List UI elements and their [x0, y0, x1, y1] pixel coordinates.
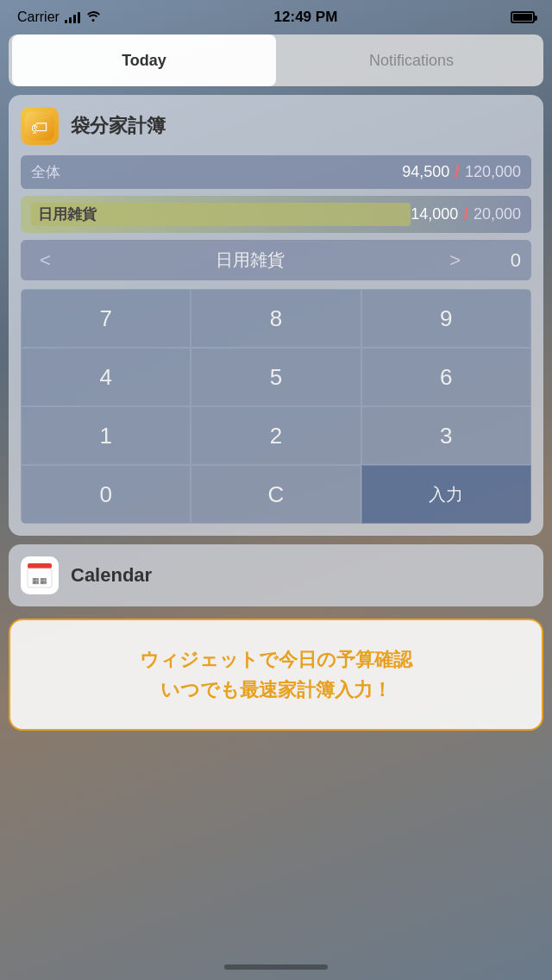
- keypad-row-2: 4 5 6: [21, 348, 531, 406]
- carrier-label: Carrier: [17, 9, 60, 25]
- budget-amount-total: 94,500: [402, 163, 449, 181]
- signal-icon: [65, 11, 80, 23]
- divider-total: /: [455, 162, 460, 182]
- app-title: 袋分家計簿: [71, 113, 166, 139]
- home-indicator: [224, 964, 328, 970]
- nav-category-label: 日用雑貨: [60, 248, 441, 272]
- budget-row-total: 全体 94,500 / 120,000: [21, 155, 531, 189]
- calendar-icon: ▦▦: [21, 556, 59, 594]
- time-label: 12:49 PM: [274, 9, 338, 26]
- promo-text: ウィジェットで今日の予算確認 いつでも最速家計簿入力！: [28, 644, 524, 705]
- promo-section: ウィジェットで今日の予算確認 いつでも最速家計簿入力！: [9, 619, 543, 731]
- app-icon: 🏷: [21, 107, 59, 145]
- nav-row: < 日用雑貨 > 0: [21, 240, 531, 280]
- keypad-row-3: 1 2 3: [21, 406, 531, 465]
- key-9[interactable]: 9: [361, 289, 531, 348]
- promo-line1: ウィジェットで今日の予算確認: [28, 644, 524, 675]
- budget-amount-category: 14,000: [411, 205, 458, 223]
- calendar-section: ▦▦ Calendar: [9, 544, 543, 606]
- widget-section: 🏷 袋分家計簿 全体 94,500 / 120,000 日用雑貨 14,000 …: [9, 95, 543, 536]
- budget-max-total: 120,000: [465, 163, 521, 181]
- key-clear[interactable]: C: [191, 465, 361, 524]
- budget-max-category: 20,000: [474, 205, 521, 223]
- calendar-title: Calendar: [71, 564, 152, 587]
- status-left: Carrier: [17, 9, 101, 25]
- key-4[interactable]: 4: [21, 348, 191, 406]
- budget-label-category: 日用雑貨: [31, 203, 411, 226]
- svg-text:▦▦: ▦▦: [32, 576, 47, 585]
- promo-line2: いつでも最速家計簿入力！: [28, 675, 524, 705]
- divider-category: /: [463, 204, 468, 224]
- nav-value-display: 0: [469, 249, 521, 272]
- key-5[interactable]: 5: [191, 348, 361, 406]
- battery-icon: [511, 11, 535, 23]
- calendar-header: ▦▦ Calendar: [21, 556, 531, 594]
- status-right: [511, 11, 535, 23]
- key-3[interactable]: 3: [361, 406, 531, 465]
- key-1[interactable]: 1: [21, 406, 191, 465]
- keypad: 7 8 9 4 5 6 1 2 3 0 C 入力: [21, 289, 531, 524]
- keypad-row-1: 7 8 9: [21, 289, 531, 348]
- key-7[interactable]: 7: [21, 289, 191, 348]
- status-bar: Carrier 12:49 PM: [0, 0, 552, 35]
- keypad-row-4: 0 C 入力: [21, 465, 531, 524]
- tab-today[interactable]: Today: [12, 35, 276, 86]
- key-2[interactable]: 2: [191, 406, 361, 465]
- nav-right-button[interactable]: >: [441, 249, 469, 272]
- svg-text:🏷: 🏷: [31, 118, 48, 137]
- key-8[interactable]: 8: [191, 289, 361, 348]
- app-header: 🏷 袋分家計簿: [21, 107, 531, 145]
- wifi-icon: [85, 9, 101, 25]
- key-enter[interactable]: 入力: [361, 465, 531, 524]
- key-6[interactable]: 6: [361, 348, 531, 406]
- nav-left-button[interactable]: <: [31, 249, 60, 272]
- tab-bar: Today Notifications: [9, 35, 543, 86]
- key-0[interactable]: 0: [21, 465, 191, 524]
- tab-notifications[interactable]: Notifications: [279, 35, 543, 86]
- budget-row-category: 日用雑貨 14,000 / 20,000: [21, 196, 531, 233]
- budget-label-total: 全体: [31, 162, 402, 182]
- svg-rect-3: [28, 563, 52, 569]
